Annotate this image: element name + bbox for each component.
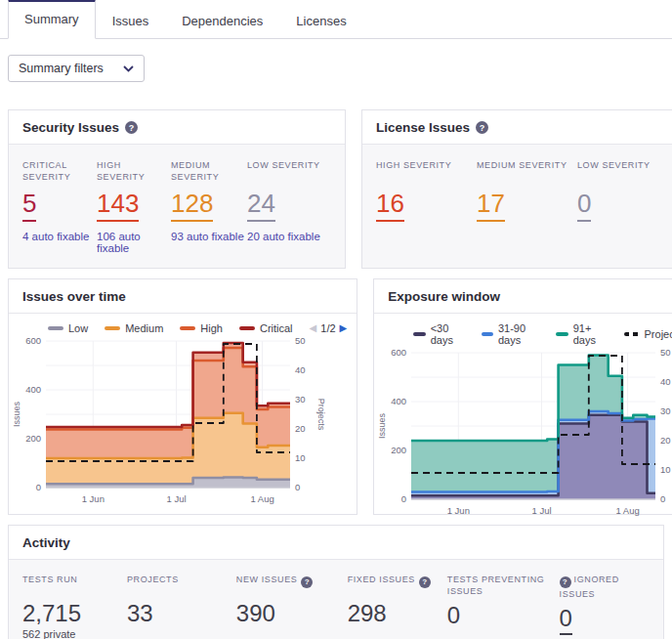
prev-page-icon[interactable]: ◀	[310, 322, 317, 333]
legend-item[interactable]: 91+ days	[556, 322, 607, 346]
license-issues-title: License Issues	[376, 120, 470, 135]
stat-low-severity: LOW SEVERITY 24 20 auto fixable	[247, 160, 331, 254]
stat-value[interactable]: 143	[97, 190, 139, 222]
stat-value[interactable]: 17	[477, 190, 505, 222]
ignored-issues-link[interactable]: 0	[560, 605, 572, 635]
exposure-window-title: Exposure window	[388, 289, 500, 304]
next-page-icon[interactable]: ▶	[340, 322, 348, 333]
stat-high-severity: HIGH SEVERITY 143 106 auto fixable	[97, 160, 171, 254]
help-icon[interactable]	[560, 576, 571, 588]
stat-tests-preventing-issues: TESTS PREVENTING ISSUES 0	[447, 574, 560, 639]
chart-legend: Low Medium High Critical ◀ 1/2 ▶	[9, 314, 357, 334]
legend-item[interactable]: 31-90 days	[482, 322, 540, 346]
stat-value[interactable]: 24	[247, 190, 275, 222]
svg-text:40: 40	[660, 376, 671, 387]
stat-label: TESTS PREVENTING ISSUES	[447, 574, 560, 597]
stat-value: 298	[348, 600, 447, 627]
chart-plot: 0200400600010203040501 Jun1 Jul1 AugIssu…	[11, 336, 325, 512]
legend-item-projects[interactable]: Projects	[624, 328, 672, 340]
stat-label: CRITICAL SEVERITY	[22, 160, 97, 184]
stat-label: HIGH SEVERITY	[376, 160, 477, 184]
stat-label: NEW ISSUES	[236, 574, 348, 595]
svg-text:50: 50	[295, 336, 306, 346]
svg-text:0: 0	[36, 482, 41, 492]
stat-value: 2,715	[22, 600, 127, 627]
auto-fixable-link[interactable]: 4 auto fixable	[22, 231, 97, 242]
svg-text:50: 50	[660, 348, 671, 358]
svg-text:20: 20	[660, 435, 671, 446]
stat-high-severity: HIGH SEVERITY 16	[376, 160, 477, 222]
issues-over-time-title: Issues over time	[22, 289, 126, 304]
stat-medium-severity: MEDIUM SEVERITY 128 93 auto fixable	[171, 160, 247, 254]
legend-swatch-dashed	[624, 332, 640, 336]
svg-text:0: 0	[660, 493, 665, 504]
svg-text:200: 200	[25, 433, 41, 444]
svg-text:Issues: Issues	[377, 412, 387, 439]
legend-swatch	[180, 326, 195, 330]
legend-swatch	[556, 332, 567, 336]
tab-issues[interactable]: Issues	[96, 2, 166, 39]
stat-subtext: 562 private	[22, 628, 127, 639]
stat-label: TESTS RUN	[22, 574, 127, 595]
stat-label: PROJECTS	[127, 574, 236, 595]
auto-fixable-link[interactable]: 20 auto fixable	[247, 231, 331, 242]
activity-title: Activity	[22, 535, 70, 550]
svg-text:1 Jun: 1 Jun	[82, 493, 105, 504]
stat-label: LOW SEVERITY	[577, 160, 672, 184]
legend-swatch	[413, 332, 425, 336]
stat-ignored-issues: IGNORED ISSUES 0	[560, 574, 650, 639]
stat-value[interactable]: 128	[171, 190, 213, 222]
auto-fixable-link[interactable]: 93 auto fixable	[171, 231, 247, 242]
tab-licenses[interactable]: Licenses	[279, 2, 362, 39]
issues-over-time-chart: 0200400600010203040501 Jun1 Jul1 AugIssu…	[9, 336, 357, 512]
page-indicator: 1/2	[320, 322, 335, 334]
stat-value[interactable]: 0	[577, 190, 591, 222]
legend-item[interactable]: Medium	[105, 322, 163, 334]
tab-dependencies[interactable]: Dependencies	[165, 2, 279, 39]
svg-text:1 Jun: 1 Jun	[447, 505, 470, 516]
summary-filters-dropdown[interactable]: Summary filters	[8, 55, 145, 82]
svg-text:Issues: Issues	[12, 401, 21, 427]
chevron-down-icon	[123, 65, 134, 72]
help-icon[interactable]	[476, 121, 488, 134]
security-issues-title: Security Issues	[22, 120, 119, 135]
stat-value: 0	[447, 602, 560, 629]
license-issues-card: License Issues HIGH SEVERITY 16 MEDIUM S…	[361, 109, 672, 269]
legend-item[interactable]: <30 days	[413, 322, 464, 346]
svg-text:30: 30	[295, 394, 306, 405]
svg-text:0: 0	[401, 493, 406, 504]
svg-text:40: 40	[295, 364, 306, 375]
tab-bar: Summary Issues Dependencies Licenses	[0, 0, 672, 39]
legend-swatch	[105, 326, 120, 330]
stat-label: MEDIUM SEVERITY	[477, 160, 577, 184]
legend-item[interactable]: High	[180, 322, 223, 334]
chart-legend: <30 days 31-90 days 91+ days Projects	[374, 314, 672, 346]
legend-swatch	[48, 326, 63, 330]
svg-text:600: 600	[25, 336, 41, 346]
stat-label: LOW SEVERITY	[247, 160, 331, 184]
stat-value[interactable]: 5	[22, 190, 36, 222]
stat-tests-run: TESTS RUN 2,715 562 private	[22, 574, 127, 639]
legend-swatch	[239, 326, 255, 330]
svg-text:10: 10	[660, 464, 671, 475]
stat-fixed-issues: FIXED ISSUES 298	[348, 574, 447, 639]
help-icon[interactable]	[301, 576, 313, 588]
auto-fixable-link[interactable]: 106 auto fixable	[97, 231, 171, 254]
svg-text:Projects: Projects	[316, 398, 325, 430]
svg-text:1 Jul: 1 Jul	[532, 505, 552, 516]
tab-summary[interactable]: Summary	[8, 0, 96, 39]
help-icon[interactable]	[125, 121, 138, 134]
activity-card: Activity TESTS RUN 2,715 562 private PRO…	[8, 525, 664, 639]
stat-value[interactable]: 16	[376, 190, 404, 222]
issues-over-time-card: Issues over time Low Medium High Critica…	[8, 278, 357, 515]
stat-value: 33	[127, 600, 236, 627]
svg-text:1 Jul: 1 Jul	[166, 493, 186, 504]
legend-item[interactable]: Low	[48, 322, 88, 334]
stat-projects: PROJECTS 33	[127, 574, 236, 639]
exposure-window-card: Exposure window <30 days 31-90 days 91+ …	[373, 278, 672, 515]
svg-text:10: 10	[295, 452, 306, 463]
svg-text:20: 20	[295, 423, 306, 434]
help-icon[interactable]	[419, 576, 431, 588]
chart-pager: ◀ 1/2 ▶	[310, 322, 348, 334]
legend-item[interactable]: Critical	[239, 322, 293, 334]
